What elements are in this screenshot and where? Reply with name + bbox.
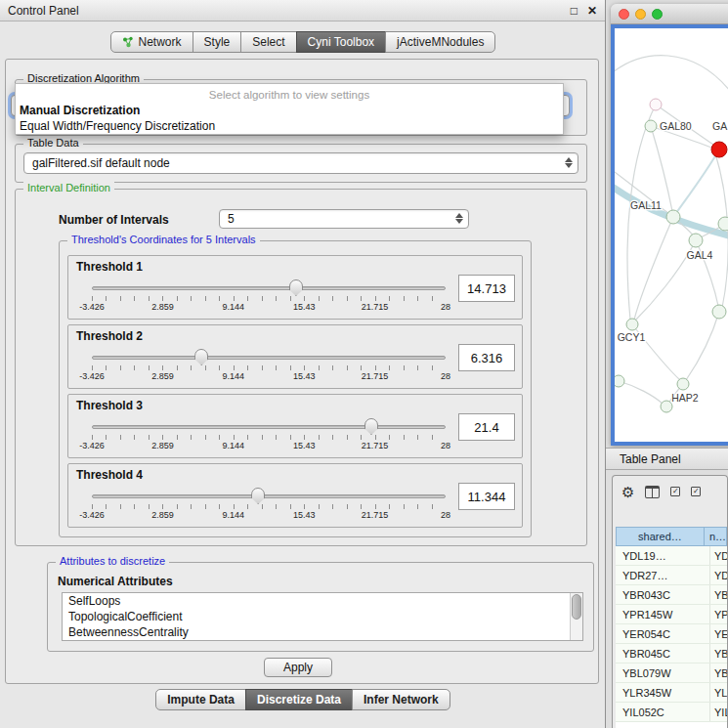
table-row[interactable]: YPR145W YPR1 — [616, 605, 727, 624]
column-header-0[interactable]: shared… — [616, 527, 705, 546]
cell-shared-name: YPR145W — [616, 605, 710, 623]
table-row[interactable]: YER054C YER0 — [616, 624, 727, 644]
numerical-attributes-listbox[interactable]: SelfLoopsTopologicalCoefficientBetweenne… — [62, 592, 583, 641]
threshold-row-1: Threshold 1 -3.4262.8599.14415.4321.7152… — [67, 255, 523, 320]
number-of-intervals-combobox[interactable]: 5 — [219, 209, 469, 229]
slider-scale-label: 15.43 — [293, 441, 316, 450]
gear-icon[interactable]: ⚙ — [621, 485, 634, 499]
network-node[interactable] — [711, 142, 727, 157]
thresholds-group-title: Threshold's Coordinates for 5 Intervals — [67, 234, 260, 245]
table-row[interactable]: YIL052C YIL0 — [616, 703, 727, 722]
network-node[interactable] — [677, 378, 689, 390]
control-panel-window: Control Panel □ ✕ NetworkStyleSelectCyni… — [0, 0, 606, 728]
network-canvas[interactable]: GAL80GAGAL11GAL4GCY1HAP2 — [615, 28, 728, 442]
tab-discretize-data[interactable]: Discretize Data — [245, 689, 353, 710]
zoom-traffic-light-icon[interactable] — [652, 9, 663, 20]
slider-scale-label: -3.426 — [79, 302, 105, 312]
tab-cyni-toolbox[interactable]: Cyni Toolbox — [296, 31, 386, 53]
slider-scale-label: 28 — [441, 441, 450, 450]
dropdown-option-manual-discretization[interactable]: Manual Discretization — [16, 103, 563, 118]
network-edge[interactable] — [651, 126, 672, 211]
threshold-value-field[interactable]: 6.316 — [458, 344, 515, 371]
network-node[interactable] — [645, 120, 657, 132]
slider-scale-label: 15.43 — [293, 371, 316, 381]
network-node[interactable] — [718, 217, 728, 231]
deselect-all-checkbox-icon[interactable]: ✓ — [691, 487, 701, 496]
check-mark-icon: ✓ — [693, 488, 700, 495]
table-rows: YDL19… YDL1 YDR27… YDR2 YBR043C YBR0 YPR… — [616, 546, 727, 728]
network-edge[interactable] — [615, 56, 728, 91]
slider-scale: -3.4262.8599.14415.4321.71528 — [92, 371, 446, 383]
network-edge[interactable] — [634, 217, 673, 320]
network-node[interactable] — [712, 305, 726, 319]
table-row[interactable]: YLR345W YLR3 — [616, 683, 727, 703]
close-window-icon[interactable]: ✕ — [587, 4, 597, 18]
combo-stepper-icon[interactable] — [453, 212, 464, 226]
cell-name: YBR0 — [710, 644, 727, 663]
threshold-slider[interactable]: -3.4262.8599.14415.4321.71528 — [92, 256, 446, 321]
threshold-value-field[interactable]: 21.4 — [458, 413, 515, 441]
slider-scale: -3.4262.8599.14415.4321.71528 — [92, 510, 446, 522]
cell-name: YER0 — [710, 624, 727, 643]
table-row[interactable]: YBR045C YBR0 — [616, 644, 727, 664]
slider-scale-label: -3.426 — [79, 510, 105, 520]
slider-thumb[interactable] — [251, 488, 265, 504]
number-of-intervals-value: 5 — [228, 210, 235, 228]
tab-network[interactable]: Network — [110, 31, 193, 53]
list-scrollbar-thumb[interactable] — [572, 594, 581, 620]
table-row[interactable]: YDR27… YDR2 — [616, 566, 727, 585]
tab-select[interactable]: Select — [240, 31, 296, 53]
threshold-value-field[interactable]: 14.713 — [458, 275, 515, 302]
threshold-slider[interactable]: -3.4262.8599.14415.4321.71528 — [92, 325, 446, 390]
table-panel-titlebar: Table Panel — [606, 448, 728, 470]
slider-track[interactable] — [92, 494, 446, 498]
slider-thumb[interactable] — [194, 349, 208, 365]
apply-button[interactable]: Apply — [264, 658, 332, 677]
network-edge[interactable] — [686, 312, 719, 380]
network-node[interactable] — [661, 401, 672, 412]
tab-impute-data[interactable]: Impute Data — [155, 689, 246, 710]
network-edge[interactable] — [676, 150, 719, 213]
list-scrollbar[interactable] — [570, 593, 582, 640]
network-node[interactable] — [689, 234, 703, 247]
list-item-betweennesscentrality[interactable]: BetweennessCentrality — [63, 624, 582, 640]
slider-scale-label: 15.43 — [293, 302, 316, 312]
slider-thumb[interactable] — [364, 418, 378, 435]
column-selector-icon[interactable] — [645, 486, 660, 498]
network-node-label: GA — [712, 120, 727, 132]
minimize-traffic-light-icon[interactable] — [635, 9, 646, 20]
threshold-value-field[interactable]: 11.344 — [458, 483, 515, 510]
tab-jactivemnodules[interactable]: jActiveMNodules — [385, 31, 495, 53]
tab-label: Cyni Toolbox — [308, 35, 374, 49]
float-window-icon[interactable]: □ — [571, 4, 578, 18]
network-node[interactable] — [666, 210, 680, 224]
list-item-selfloops[interactable]: SelfLoops — [63, 593, 582, 609]
slider-track[interactable] — [92, 425, 446, 429]
tab-label: Impute Data — [167, 693, 235, 707]
threshold-slider[interactable]: -3.4262.8599.14415.4321.71528 — [92, 395, 446, 459]
combo-stepper-icon[interactable] — [563, 156, 574, 170]
slider-track[interactable] — [92, 286, 446, 290]
threshold-slider[interactable]: -3.4262.8599.14415.4321.71528 — [92, 464, 446, 529]
dropdown-option-equal-width-frequency-discretization[interactable]: Equal Width/Frequency Discretization — [16, 118, 563, 134]
close-traffic-light-icon[interactable] — [619, 9, 629, 20]
network-node[interactable] — [650, 99, 662, 110]
select-all-checkbox-icon[interactable]: ✓ — [670, 487, 680, 496]
tab-label: Infer Network — [364, 693, 439, 707]
slider-track[interactable] — [92, 356, 446, 360]
slider-scale-label: 28 — [441, 371, 450, 381]
tab-infer-network[interactable]: Infer Network — [352, 689, 450, 710]
network-node[interactable] — [626, 319, 638, 330]
tab-label: Discretize Data — [257, 693, 341, 707]
network-edge[interactable] — [619, 381, 663, 404]
tab-style[interactable]: Style — [193, 31, 242, 53]
table-row[interactable]: YDL19… YDL1 — [616, 546, 727, 566]
table-row[interactable]: YBL079W YBL0 — [616, 664, 727, 683]
column-header-1[interactable]: n… — [704, 527, 727, 546]
attributes-group: Attributes to discretize Numerical Attri… — [47, 562, 594, 652]
list-item-topologicalcoefficient[interactable]: TopologicalCoefficient — [63, 609, 582, 624]
network-node[interactable] — [615, 375, 624, 387]
table-row[interactable]: YBR043C YBR0 — [616, 585, 727, 605]
table-data-combobox[interactable]: galFiltered.sif default node — [23, 152, 578, 174]
slider-thumb[interactable] — [289, 279, 303, 296]
